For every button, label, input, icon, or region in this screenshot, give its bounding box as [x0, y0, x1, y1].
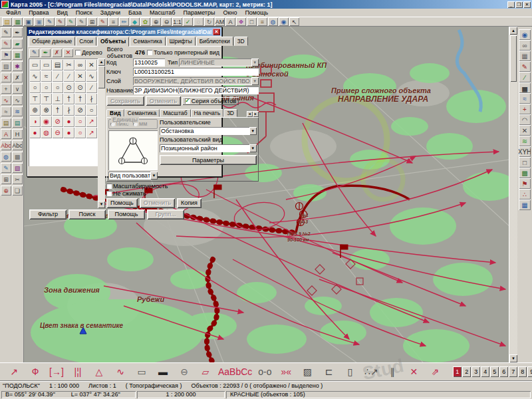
close-button[interactable]: ✕	[523, 1, 531, 8]
palette-symbol[interactable]: ▭	[29, 59, 41, 70]
squiggle-symbol[interactable]: ∿	[110, 364, 130, 379]
chain-symbol[interactable]: o-o	[255, 364, 275, 379]
paint-icon[interactable]: ✎	[519, 61, 531, 72]
menu-item[interactable]: Правка	[25, 9, 52, 16]
restore-button[interactable]: ❐	[515, 1, 523, 8]
palette-symbol[interactable]: ✂	[63, 59, 74, 70]
triangle-symbol[interactable]: △	[89, 364, 109, 379]
palette-symbol[interactable]: ○	[86, 104, 97, 116]
dashed-bars-symbol[interactable]: |¦|	[68, 364, 88, 379]
letter-a-icon[interactable]: А	[1, 129, 11, 139]
pencil-icon[interactable]: ✎	[1, 27, 11, 37]
palette-symbol[interactable]: ∕	[63, 70, 74, 82]
parameters-button[interactable]: Параметры	[160, 155, 257, 165]
monitor-icon[interactable]: □	[247, 17, 257, 26]
wave-red-icon[interactable]: ∿	[1, 95, 11, 105]
dialog-tab[interactable]: Слои	[76, 37, 96, 46]
rect-symbol[interactable]: ▭	[132, 364, 152, 379]
save-icon[interactable]: ▣	[23, 17, 33, 26]
star-icon[interactable]: ✱	[12, 61, 23, 71]
abc-red-icon[interactable]: Abc	[1, 140, 11, 150]
box-arrow-symbol[interactable]: [→]	[47, 364, 66, 379]
phi-circle-symbol[interactable]: Ф	[25, 364, 45, 379]
zoom-out-icon[interactable]: ⊖	[162, 17, 172, 26]
red-x-symbol[interactable]: ✕	[404, 364, 424, 379]
pen-icon[interactable]: ✒	[12, 27, 23, 37]
grid-plus-icon[interactable]: ⊞	[1, 174, 11, 184]
erase-icon[interactable]: ✗	[12, 72, 23, 82]
palette-symbol[interactable]: †	[52, 104, 63, 116]
chart-icon[interactable]: ▅	[519, 82, 531, 93]
palette-symbol[interactable]: ∤	[86, 93, 97, 104]
delete-all-icon[interactable]: ✕	[63, 49, 73, 57]
save-copy-icon[interactable]: ▣	[34, 17, 44, 26]
palette-symbol[interactable]: ○	[74, 116, 86, 127]
hatch-icon[interactable]: ▨	[1, 61, 11, 71]
copy-frame-icon[interactable]: ❏	[12, 186, 23, 196]
edit-sign-icon[interactable]: ✎	[29, 49, 39, 57]
palette-symbol[interactable]: ✕	[86, 59, 97, 70]
scroll-down-icon[interactable]: ▼	[509, 354, 517, 362]
palette-symbol[interactable]: ≈	[41, 70, 52, 82]
approx-icon[interactable]: ≈	[1, 106, 11, 116]
palette-symbol[interactable]: ◑	[29, 116, 41, 127]
scroll-up-icon[interactable]: ▲	[98, 59, 105, 66]
printer-view-checkbox[interactable]: Только принтерный вид	[147, 49, 219, 56]
palette-symbol[interactable]: ∤	[63, 104, 74, 116]
monitor-small-icon[interactable]: □	[519, 157, 531, 168]
scalable-checkbox[interactable]: Масштабируемость	[106, 183, 259, 190]
dialog-bottom-button[interactable]: Фильтр	[29, 209, 66, 219]
bracket-poly-symbol[interactable]: ⊏	[319, 364, 338, 379]
palette-symbol[interactable]: ↗	[86, 116, 97, 127]
number-button[interactable]: 2	[462, 366, 471, 377]
circle-lines-symbol[interactable]: ⊖	[174, 364, 194, 379]
copy-button[interactable]: Копия	[177, 198, 201, 208]
dialog-bottom-button[interactable]: Помощь	[108, 209, 145, 219]
grid-icon[interactable]: ▦	[519, 51, 531, 61]
hatch-purple-icon[interactable]: ▧	[12, 163, 23, 173]
number-button[interactable]: 1	[453, 366, 462, 377]
code-field[interactable]: 1310025	[133, 59, 165, 66]
area-icon[interactable]: ▦	[12, 50, 23, 60]
palette-symbol[interactable]: ●	[63, 127, 74, 138]
user-view-mode-dropdown[interactable]: Вид пользователя▼	[108, 172, 158, 180]
name-field[interactable]: ЗР ДИВИЗИОН(БЛИЖНЕГО ДЕЙСТВИЯ)	[133, 86, 259, 94]
edit-line-icon[interactable]: ✎	[55, 17, 65, 26]
number-button[interactable]: 3	[471, 366, 480, 377]
palette-symbol[interactable]: †	[74, 93, 86, 104]
palette-symbol[interactable]: ◍	[41, 127, 52, 138]
font-am-icon[interactable]: АМ	[215, 17, 225, 26]
palette-symbol[interactable]: ⊤	[29, 93, 41, 104]
scroll-up-icon[interactable]: ▲	[509, 27, 517, 35]
close-map-icon[interactable]: ▦	[13, 17, 23, 26]
sample-icon[interactable]: ✒	[41, 49, 51, 57]
palette-symbol[interactable]: ▤	[52, 59, 63, 70]
wave-icon[interactable]: ∿	[12, 95, 23, 105]
leaf-icon[interactable]: ✿	[140, 17, 150, 26]
zoom-red-icon[interactable]: ⊕	[1, 186, 11, 196]
menu-item[interactable]: Поиск	[72, 9, 96, 16]
palette-symbol[interactable]: ⊗	[41, 104, 52, 116]
palette-symbol[interactable]: ⊥	[52, 93, 63, 104]
object-list-icon[interactable]: ≡	[108, 17, 118, 26]
delete-x-icon[interactable]: ✕	[1, 72, 11, 82]
map-vertical-scrollbar[interactable]: ▲ ▼	[509, 27, 517, 362]
map-green-icon[interactable]: ▩	[519, 168, 531, 178]
menu-item[interactable]: Задачи	[97, 9, 124, 16]
palette-symbol[interactable]: ⊘	[52, 116, 63, 127]
palette-symbol[interactable]: ○	[52, 82, 63, 93]
situation-dropdown[interactable]: Обстановка▼	[160, 127, 257, 135]
font-a-icon[interactable]: A	[225, 17, 235, 26]
palette-symbol[interactable]: ∕	[86, 82, 97, 93]
globe-small-icon[interactable]: ◍	[1, 152, 11, 162]
layer-brown-icon[interactable]: ▤	[1, 118, 11, 128]
palette-scrollbar[interactable]: ▲ ▼	[98, 59, 105, 208]
palette-symbol[interactable]: ⊘	[74, 104, 86, 116]
palette-symbol[interactable]: ↗	[86, 127, 97, 138]
tree-checkbox[interactable]: Дерево	[75, 49, 102, 56]
dialog-tab[interactable]: Шрифты	[166, 37, 196, 46]
palette-symbol[interactable]: ○	[41, 82, 52, 93]
edit-point-icon[interactable]: ✎	[45, 17, 55, 26]
palette-symbol[interactable]: ∞	[74, 59, 86, 70]
pencil-red-icon[interactable]: ✎	[1, 39, 11, 49]
